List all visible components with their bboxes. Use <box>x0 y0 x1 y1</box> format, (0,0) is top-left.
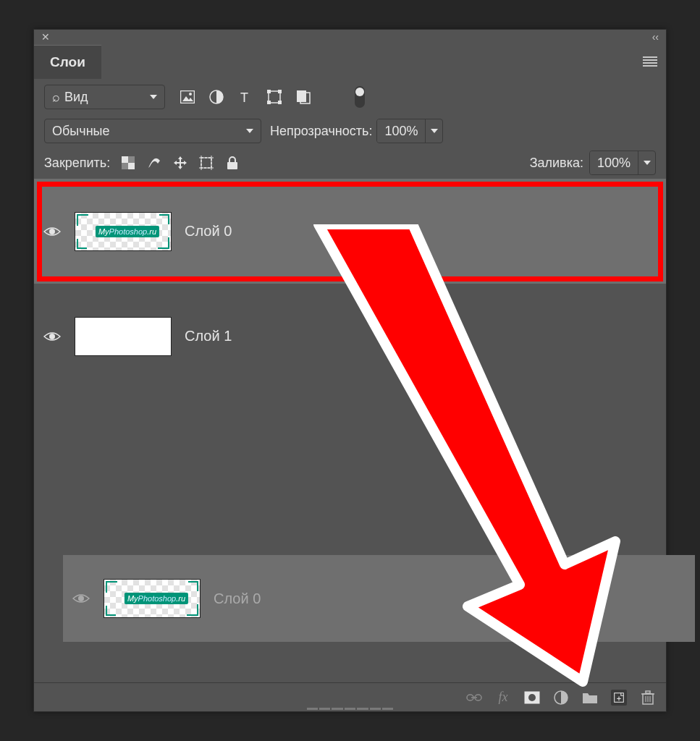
filter-icons: T <box>180 89 311 105</box>
toggle-knob <box>355 88 364 96</box>
svg-rect-21 <box>227 162 237 169</box>
layers-list: MyPhotoshop.ru Слой 0 Слой 1 MyPhotoshop… <box>34 179 666 389</box>
filter-type-icon[interactable]: T <box>237 89 253 105</box>
new-layer-icon[interactable] <box>611 690 627 706</box>
delete-layer-icon[interactable] <box>640 690 656 706</box>
lock-all-icon[interactable] <box>224 155 240 171</box>
visibility-eye-icon[interactable] <box>34 331 70 342</box>
filter-shape-icon[interactable] <box>266 89 282 105</box>
svg-rect-16 <box>201 158 211 168</box>
svg-point-23 <box>49 334 55 339</box>
blend-mode-select[interactable]: Обычные <box>44 119 261 143</box>
new-group-icon[interactable] <box>582 690 598 706</box>
tab-layers[interactable]: Слои <box>34 45 101 79</box>
panel-bottom-toolbar: fx <box>34 682 666 711</box>
watermark-text: MyPhotoshop.ru <box>125 593 188 604</box>
layer-name: Слой 0 <box>214 590 261 607</box>
layer-name[interactable]: Слой 1 <box>185 328 232 344</box>
layer-style-icon[interactable]: fx <box>495 690 511 706</box>
layer-row[interactable]: MyPhotoshop.ru Слой 0 <box>34 179 666 284</box>
fill-value: 100% <box>590 151 638 174</box>
visibility-eye-icon <box>63 593 99 604</box>
svg-rect-15 <box>122 163 128 169</box>
blend-row: Обычные Непрозрачность: 100% <box>34 115 666 147</box>
svg-point-2 <box>189 93 192 96</box>
svg-point-24 <box>78 596 84 601</box>
panel-resize-handle[interactable] <box>307 707 394 711</box>
svg-marker-1 <box>182 96 193 101</box>
svg-rect-6 <box>267 90 271 93</box>
filter-adjustment-icon[interactable] <box>208 89 224 105</box>
opacity-label: Непрозрачность: <box>270 124 372 139</box>
blend-mode-value: Обычные <box>52 124 110 139</box>
svg-rect-7 <box>278 90 282 93</box>
layer-row[interactable]: Слой 1 <box>34 284 666 389</box>
layer-row-drag-ghost: MyPhotoshop.ru Слой 0 <box>63 555 695 642</box>
fill-dropdown[interactable] <box>638 151 655 174</box>
layer-thumbnail[interactable] <box>75 317 172 356</box>
lock-label: Закрепить: <box>44 156 110 171</box>
opacity-value: 100% <box>377 119 425 143</box>
opacity-dropdown[interactable] <box>425 119 442 143</box>
layer-name[interactable]: Слой 0 <box>185 223 232 240</box>
panel-top-row: ✕ ‹‹ <box>34 30 666 44</box>
svg-rect-8 <box>267 101 271 104</box>
adjustment-layer-icon[interactable] <box>553 690 569 706</box>
svg-point-29 <box>528 694 536 701</box>
svg-rect-14 <box>128 156 135 163</box>
tab-row: Слои <box>34 44 666 79</box>
chevron-down-icon <box>150 95 157 99</box>
svg-rect-9 <box>278 101 282 104</box>
opacity-input[interactable]: 100% <box>376 119 443 143</box>
lock-pixels-icon[interactable] <box>146 155 162 171</box>
lock-artboard-icon[interactable] <box>198 155 214 171</box>
lock-position-icon[interactable] <box>172 155 188 171</box>
layers-panel: ✕ ‹‹ Слои ⌕ Вид T <box>33 29 667 712</box>
svg-rect-12 <box>122 156 128 163</box>
filter-image-icon[interactable] <box>180 89 195 105</box>
svg-point-22 <box>49 229 55 234</box>
lock-transparent-icon[interactable] <box>120 155 136 171</box>
layer-thumbnail[interactable]: MyPhotoshop.ru <box>75 212 172 251</box>
filter-row: ⌕ Вид T <box>34 79 666 115</box>
layer-thumbnail: MyPhotoshop.ru <box>104 579 201 618</box>
fill-input[interactable]: 100% <box>589 151 656 175</box>
layer-mask-icon[interactable] <box>524 690 540 706</box>
visibility-eye-icon[interactable] <box>34 226 70 237</box>
filter-type-label: Вид <box>64 90 88 105</box>
filter-type-select[interactable]: ⌕ Вид <box>44 85 165 109</box>
collapse-icon[interactable]: ‹‹ <box>652 31 659 43</box>
link-layers-icon[interactable] <box>466 690 482 706</box>
svg-text:T: T <box>240 90 248 103</box>
chevron-down-icon <box>246 129 253 133</box>
watermark-text: MyPhotoshop.ru <box>96 226 159 237</box>
close-icon[interactable]: ✕ <box>41 31 50 43</box>
lock-row: Закрепить: Заливка: 100% <box>34 147 666 179</box>
svg-rect-39 <box>646 691 650 693</box>
filter-toggle[interactable] <box>355 86 365 108</box>
filter-smartobject-icon[interactable] <box>295 89 311 105</box>
fill-label: Заливка: <box>530 156 583 171</box>
svg-rect-13 <box>128 163 135 169</box>
panel-menu-icon[interactable] <box>643 56 657 67</box>
search-icon: ⌕ <box>52 90 60 105</box>
